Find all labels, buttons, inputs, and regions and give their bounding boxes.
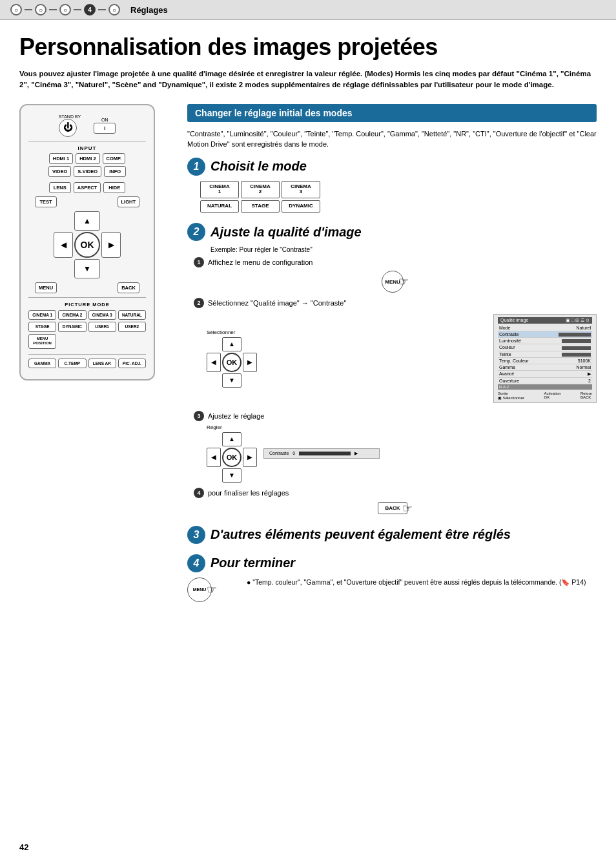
substep3-title: 3 Ajustez le réglage: [194, 411, 597, 421]
menu-row-ouverture: Ouverture2: [498, 378, 592, 384]
svideo-button[interactable]: S-VIDEO: [74, 166, 101, 177]
menu-button[interactable]: MENU: [35, 282, 57, 293]
sd-ok-1: OK: [222, 353, 241, 372]
substep2: 2 Sélectionnez "Qualité image" → "Contra…: [194, 298, 597, 406]
info-button[interactable]: INFO: [104, 166, 126, 177]
hand-icon-3: ☞: [207, 583, 217, 597]
test-button[interactable]: TEST: [35, 196, 57, 207]
hand-icon-2: ☞: [402, 501, 413, 516]
ctemp-btn[interactable]: C.TEMP: [58, 359, 86, 369]
back-button[interactable]: BACK: [118, 282, 139, 293]
lens-button[interactable]: LENS: [49, 182, 71, 193]
user2-btn[interactable]: USER2: [118, 322, 146, 332]
step4-menu-illus: MENU ☞: [187, 578, 217, 602]
step-1: ○: [10, 4, 22, 16]
bottom-function-row: GAMMA C.TEMP LENS AP. PIC. ADJ.: [28, 359, 146, 369]
substep4-num: 4: [194, 488, 204, 498]
regler-label: Régler: [207, 424, 257, 430]
step1-block: 1 Choisit le mode CINEMA1 CINEMA2 CINEMA…: [187, 158, 597, 213]
menu-row-gamma: GammaNormal: [498, 364, 592, 371]
left-column: STAND BY ⏻ ON I INPUT HDMI 1 HDMI 2: [19, 104, 174, 612]
page-content: Personnalisation des images projetées Vo…: [0, 20, 616, 625]
back-btn-illus: BACK ☞: [194, 501, 597, 516]
hdmi2-button[interactable]: HDMI 2: [76, 153, 99, 164]
hdmi1-button[interactable]: HDMI 1: [49, 153, 73, 164]
step1-title: 1 Choisit le mode: [187, 158, 597, 176]
dpad: ▲ ◀ OK ▶ ▼: [54, 211, 121, 278]
page-number: 42: [19, 842, 28, 852]
step-line-2: [49, 9, 57, 10]
step3-title: 3 D'autres éléments peuvent également êt…: [187, 526, 597, 544]
step4-circle: 4: [187, 554, 205, 572]
mode-cinema3: CINEMA3: [282, 181, 320, 199]
dpad-left[interactable]: ◀: [54, 232, 73, 258]
substep2-num: 2: [194, 298, 204, 308]
sd-ok-2: OK: [222, 448, 241, 467]
step-line-3: [74, 9, 81, 10]
input-label: INPUT: [28, 145, 146, 151]
step-4-active: 4: [84, 4, 96, 16]
dpad-right[interactable]: ▶: [101, 232, 121, 258]
comp-button[interactable]: COMP.: [103, 153, 126, 164]
menu-mockup: Qualité image ▣ □ ⊞ ☰ ⊙ ModeNaturel Cont…: [493, 314, 597, 403]
picture-mode-label: PICTURE MODE: [28, 302, 146, 307]
gamma-btn[interactable]: GAMMA: [28, 359, 56, 369]
step2-title: 2 Ajuste la qualité d'image: [187, 223, 597, 241]
ok-button[interactable]: OK: [74, 232, 100, 258]
cinema1-btn[interactable]: CINEMA 1: [28, 310, 56, 320]
standby-button[interactable]: ⏻: [59, 119, 77, 137]
substep4: 4 pour finaliser les réglages BACK ☞: [194, 488, 597, 516]
user1-btn[interactable]: USER1: [88, 322, 116, 332]
pic-adj-btn[interactable]: PIC. ADJ.: [118, 359, 146, 369]
step-5: ○: [108, 4, 120, 16]
contrast-mockup: Contraste 0 ▶: [263, 448, 380, 459]
dynamic-btn[interactable]: DYNAMIC: [58, 322, 86, 332]
menu-row-avance: Avancé▶: [498, 371, 592, 378]
light-button[interactable]: LIGHT: [118, 196, 140, 207]
hand-icon-1: ☞: [398, 275, 409, 289]
natural-btn[interactable]: NATURAL: [118, 310, 146, 320]
section-header: Changer le réglage initial des modes: [187, 104, 597, 122]
cinema2-btn[interactable]: CINEMA 2: [58, 310, 86, 320]
right-column: Changer le réglage initial des modes "Co…: [187, 104, 597, 612]
step4-info: ● "Temp. couleur", "Gamma", et "Ouvertur…: [247, 578, 586, 588]
step-3: ○: [59, 4, 71, 16]
substep2-content: Sélectionner ▲ ◀ OK ▶ ▼: [207, 311, 597, 406]
step-circles: ○ ○ ○ 4 ○: [10, 4, 120, 16]
substep4-title: 4 pour finaliser les réglages: [194, 488, 597, 498]
substep3: 3 Ajustez le réglage Régler ▲ ◀ OK: [194, 411, 597, 483]
cinema3-btn[interactable]: CINEMA 3: [88, 310, 116, 320]
mode-natural: NATURAL: [200, 200, 239, 213]
section-desc: "Contraste", "Luminosité", "Couleur", "T…: [187, 129, 597, 150]
mode-cinema1: CINEMA1: [200, 181, 239, 199]
picture-mode-grid: CINEMA 1 CINEMA 2 CINEMA 3 NATURAL STAGE…: [28, 310, 146, 349]
lens-ap-btn[interactable]: LENS AP.: [88, 359, 116, 369]
small-dpad-1: ▲ ◀ OK ▶ ▼: [207, 337, 257, 388]
sd-down-1: ▼: [222, 373, 241, 388]
remote-control: STAND BY ⏻ ON I INPUT HDMI 1 HDMI 2: [19, 104, 155, 381]
step2-circle: 2: [187, 223, 205, 241]
menu-position-btn[interactable]: MENU POSITION: [28, 334, 56, 348]
sd-right-1: ▶: [243, 353, 257, 372]
dpad-up[interactable]: ▲: [74, 211, 100, 231]
menu-header: Qualité image ▣ □ ⊞ ☰ ⊙: [498, 317, 592, 324]
step-2: ○: [35, 4, 46, 16]
sd-left-2: ◀: [207, 448, 221, 467]
on-button[interactable]: I: [94, 123, 116, 134]
aspect-button[interactable]: ASPECT: [74, 182, 101, 193]
mode-cinema2: CINEMA2: [241, 181, 280, 199]
menu-row-raz: R.A.Z: [498, 384, 592, 390]
step2-example: Exemple: Pour régler le "Contraste": [210, 246, 597, 253]
stage-btn[interactable]: STAGE: [28, 322, 56, 332]
sd-left-1: ◀: [207, 353, 221, 372]
hide-button[interactable]: HIDE: [103, 182, 125, 193]
menu-footer: Sortie▣ Sélectionner ActivationOK Retour…: [498, 391, 592, 400]
sd-down-2: ▼: [222, 468, 241, 483]
video-button[interactable]: VIDEO: [48, 166, 71, 177]
substep2-title: 2 Sélectionnez "Qualité image" → "Contra…: [194, 298, 597, 308]
intro-text: Vous pouvez ajuster l'image projetée à u…: [19, 68, 597, 91]
dpad-down[interactable]: ▼: [74, 259, 100, 278]
power-row: STAND BY ⏻ ON I: [28, 114, 146, 137]
step1-circle: 1: [187, 158, 205, 176]
standby-label: STAND BY: [59, 114, 81, 119]
